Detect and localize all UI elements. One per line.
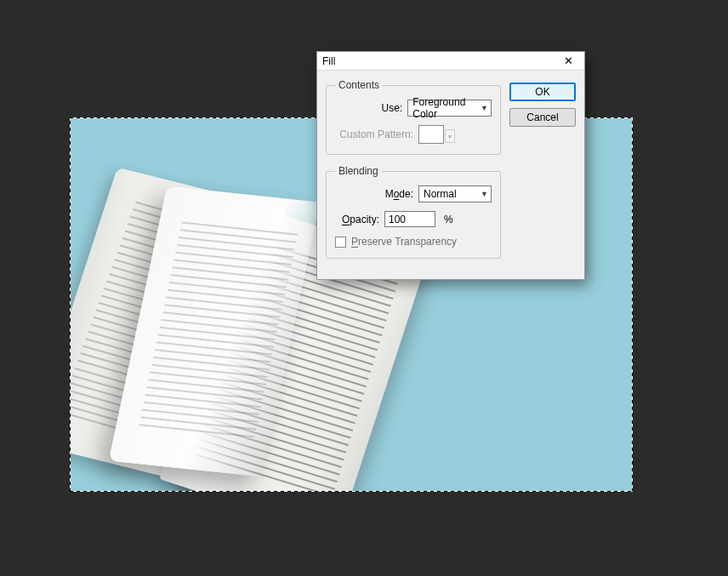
dialog-title: Fill	[322, 55, 335, 67]
use-select[interactable]: Foreground Color ▼	[407, 100, 492, 117]
opacity-unit: %	[444, 214, 453, 225]
mode-select[interactable]: Normal ▼	[418, 185, 492, 202]
preserve-transparency-label: Preserve Transparency	[351, 236, 457, 248]
blending-legend: Blending	[335, 165, 382, 177]
use-select-value: Foreground Color	[412, 96, 481, 120]
opacity-label: Opacity:	[335, 214, 379, 225]
blending-group: Blending Mode: Normal ▼ Opacity: %	[326, 165, 501, 259]
custom-pattern-label: Custom Pattern:	[335, 128, 413, 140]
chevron-down-icon: ▼	[481, 190, 488, 198]
contents-legend: Contents	[335, 79, 383, 91]
fill-dialog: Fill ✕ Contents Use: Foreground Color ▼ …	[316, 51, 585, 280]
mode-label: Mode:	[335, 188, 413, 200]
contents-group: Contents Use: Foreground Color ▼ Custom …	[326, 79, 501, 155]
opacity-input[interactable]	[384, 211, 435, 227]
close-icon: ✕	[564, 55, 573, 66]
preserve-transparency-checkbox[interactable]	[335, 237, 346, 248]
pattern-dropdown-icon: ▾	[445, 129, 455, 143]
custom-pattern-swatch: ▾	[418, 125, 444, 144]
ok-button[interactable]: OK	[509, 83, 576, 101]
chevron-down-icon: ▼	[481, 104, 488, 112]
use-label: Use:	[335, 102, 402, 114]
dialog-titlebar[interactable]: Fill ✕	[317, 52, 584, 71]
mode-select-value: Normal	[424, 188, 457, 200]
cancel-button[interactable]: Cancel	[509, 108, 576, 127]
close-button[interactable]: ✕	[555, 54, 581, 69]
